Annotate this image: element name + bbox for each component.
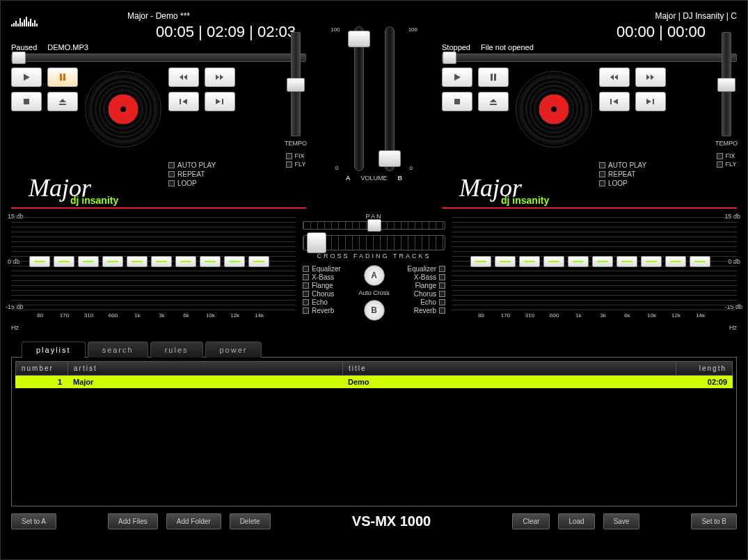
forward-button-a[interactable] xyxy=(205,67,235,87)
eq-band-600-a[interactable] xyxy=(102,213,125,310)
deck-a-progress[interactable] xyxy=(11,54,306,62)
deck-b-progress[interactable] xyxy=(442,54,737,62)
logo-sub-b: dj insanity xyxy=(501,195,549,206)
volume-slider-a[interactable] xyxy=(354,26,364,171)
save-button[interactable]: Save xyxy=(603,513,640,529)
eq-band-12k-a[interactable] xyxy=(223,213,246,310)
eq-band-170-a[interactable] xyxy=(53,213,76,310)
tempo-slider-a[interactable] xyxy=(291,32,301,136)
tab-rules[interactable]: rules xyxy=(150,342,203,358)
deck-b-status: Stopped xyxy=(442,43,470,51)
echo-check-a[interactable]: Echo xyxy=(303,298,341,306)
eq-deck-b: 15 db 0 db -15 db Hz 801703106001k3k6k10… xyxy=(452,213,737,331)
eject-button-a[interactable] xyxy=(47,92,78,111)
vinyl-a[interactable] xyxy=(85,71,161,147)
deck-a-time: 00:05 | 02:09 | 02:03 xyxy=(11,23,306,41)
flange-check-a[interactable]: Flange xyxy=(303,282,341,289)
rewind-button-a[interactable] xyxy=(168,67,199,87)
next-button-a[interactable] xyxy=(205,92,235,111)
autoplay-check-b[interactable]: AUTO PLAY xyxy=(599,161,666,169)
deck-a-file: DEMO.MP3 xyxy=(47,43,88,51)
autoplay-check-a[interactable]: AUTO PLAY xyxy=(168,161,235,169)
eq-band-12k-b[interactable] xyxy=(665,213,687,310)
eq-band-6k-a[interactable] xyxy=(175,213,198,310)
spectrum-a xyxy=(11,13,53,26)
stop-button-a[interactable] xyxy=(11,92,42,111)
next-button-b[interactable] xyxy=(635,92,666,111)
eq-band-80-b[interactable] xyxy=(470,213,493,310)
play-button-a[interactable] xyxy=(11,67,42,87)
eq-band-600-b[interactable] xyxy=(543,213,566,310)
volume-slider-b[interactable] xyxy=(385,26,395,171)
eq-band-14k-b[interactable] xyxy=(689,213,712,310)
svg-rect-1 xyxy=(63,74,65,81)
svg-rect-8 xyxy=(610,99,612,104)
pause-button-b[interactable] xyxy=(478,67,509,87)
flange-check-b[interactable]: Flange xyxy=(407,282,445,289)
xbass-check-a[interactable]: X-Bass xyxy=(303,273,341,281)
eq-band-310-b[interactable] xyxy=(518,213,541,310)
fly-check-a[interactable]: FLY xyxy=(286,161,306,168)
svg-rect-7 xyxy=(454,99,460,104)
reverb-check-a[interactable]: Reverb xyxy=(303,307,341,314)
delete-button[interactable]: Delete xyxy=(230,513,271,529)
repeat-check-b[interactable]: REPEAT xyxy=(599,170,666,178)
eq-band-1k-a[interactable] xyxy=(126,213,149,310)
play-button-b[interactable] xyxy=(442,67,472,87)
autocross-a-button[interactable]: A xyxy=(364,265,385,286)
loop-check-b[interactable]: LOOP xyxy=(599,179,666,187)
crossfade-slider[interactable] xyxy=(303,235,445,250)
forward-button-b[interactable] xyxy=(635,67,666,87)
stop-button-b[interactable] xyxy=(442,92,472,111)
svg-rect-4 xyxy=(222,99,223,104)
xbass-check-b[interactable]: X-Bass xyxy=(407,273,445,281)
eq-deck-a: 15 db 0 db -15 db Hz 801703106001k3k6k10… xyxy=(11,213,296,331)
eject-button-b[interactable] xyxy=(478,92,509,111)
eq-band-14k-a[interactable] xyxy=(248,213,271,310)
eq-band-10k-a[interactable] xyxy=(199,213,222,310)
fix-check-b[interactable]: FIX xyxy=(717,152,737,159)
deck-b-time: 00:00 | 00:00 xyxy=(442,23,737,41)
model-label: VS-MX 1000 xyxy=(279,513,504,529)
eq-band-3k-b[interactable] xyxy=(591,213,614,310)
set-to-b-button[interactable]: Set to B xyxy=(691,513,737,529)
load-button[interactable]: Load xyxy=(558,513,594,529)
svg-rect-9 xyxy=(653,99,654,104)
reverb-check-b[interactable]: Reverb xyxy=(407,307,445,314)
chorus-check-b[interactable]: Chorus xyxy=(407,290,445,298)
fly-check-b[interactable]: FLY xyxy=(717,161,737,168)
rewind-button-b[interactable] xyxy=(599,67,630,87)
add-folder-button[interactable]: Add Folder xyxy=(166,513,221,529)
repeat-check-a[interactable]: REPEAT xyxy=(168,170,235,178)
add-files-button[interactable]: Add Files xyxy=(108,513,158,529)
tempo-slider-b[interactable] xyxy=(722,32,731,136)
eq-check-a[interactable]: Equalizer xyxy=(303,265,341,273)
tab-search[interactable]: search xyxy=(88,342,148,358)
echo-check-b[interactable]: Echo xyxy=(407,298,445,306)
autocross-b-button[interactable]: B xyxy=(364,300,385,321)
loop-check-a[interactable]: LOOP xyxy=(168,179,235,187)
eq-check-b[interactable]: Equalizer xyxy=(407,265,445,273)
tab-power[interactable]: power xyxy=(205,342,262,358)
playlist-row[interactable]: 1 Major Demo 02:09 xyxy=(15,376,733,388)
eq-band-3k-a[interactable] xyxy=(150,213,173,310)
set-to-a-button[interactable]: Set to A xyxy=(11,513,56,529)
fix-check-a[interactable]: FIX xyxy=(286,152,306,159)
chorus-check-a[interactable]: Chorus xyxy=(303,290,341,298)
clear-button[interactable]: Clear xyxy=(512,513,550,529)
tab-playlist[interactable]: playlist xyxy=(22,342,86,358)
pause-button-a[interactable] xyxy=(47,67,78,87)
deck-b-file: File not opened xyxy=(481,43,534,51)
prev-button-b[interactable] xyxy=(599,92,630,111)
pan-slider[interactable] xyxy=(303,221,445,230)
eq-band-6k-b[interactable] xyxy=(616,213,639,310)
deck-b-title: Major | DJ Insanity | C xyxy=(442,11,737,21)
prev-button-a[interactable] xyxy=(168,92,199,111)
eq-band-1k-b[interactable] xyxy=(567,213,590,310)
eq-band-10k-b[interactable] xyxy=(640,213,663,310)
svg-rect-3 xyxy=(180,99,181,104)
eq-band-80-a[interactable] xyxy=(29,213,51,310)
eq-band-310-a[interactable] xyxy=(77,213,100,310)
eq-band-170-b[interactable] xyxy=(494,213,517,310)
vinyl-b[interactable] xyxy=(516,71,592,147)
